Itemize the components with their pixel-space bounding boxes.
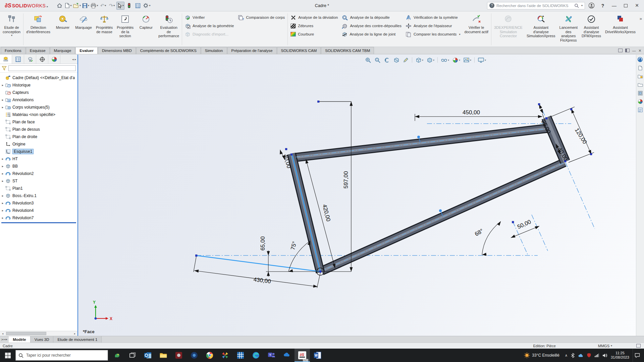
dim-597[interactable]: 597,00 [343,171,349,189]
user-account-button[interactable] [586,1,596,10]
tree-item-plan1[interactable]: Plan1 [0,185,77,192]
tree-item-st[interactable]: ▸ST [0,177,77,185]
hidden-icons-chevron[interactable]: ∧ [565,353,568,358]
model-tab-first-icon[interactable]: |◂ [1,338,3,341]
resources-pane-icon[interactable] [638,65,643,71]
app-blue-grid-icon[interactable] [233,349,248,362]
tab-marquage[interactable]: Marquage [50,47,75,54]
help-button[interactable]: ? [598,1,608,10]
dim-120[interactable]: 120,00 [574,127,588,145]
sketch-annotation-button[interactable] [401,56,410,64]
tree-item-plan-de-dessus[interactable]: Plan de dessus [0,126,77,133]
seat-tube-sketch-line[interactable] [292,155,320,272]
minimize-button[interactable]: — [609,1,619,10]
dim-420[interactable]: 420,00 [321,204,332,222]
maximize-button[interactable] [621,1,631,10]
undercut-analysis-button[interactable]: Analyse des contre-dépouilles [342,22,401,29]
previous-view-button[interactable] [383,56,391,64]
teams-icon[interactable]: T [264,349,279,362]
rollback-bar[interactable] [1,222,76,223]
tab-fonctions[interactable]: Fonctions [1,47,25,54]
tab-simulation[interactable]: Simulation [201,47,227,54]
outlook-icon[interactable] [140,349,156,362]
zebra-stripes-button[interactable]: Zébrures [290,22,338,29]
search-scope-caret-icon[interactable]: ▾ [581,4,583,7]
tree-item-annotations[interactable]: ▸Annotations [0,96,77,104]
app-dark-red-icon[interactable] [171,349,186,362]
app-blue-icon[interactable] [279,349,294,362]
dim-50[interactable]: 50,00 [516,219,532,230]
tree-item-capteurs[interactable]: Capteurs [0,89,77,96]
rebuild-traffic-light-button[interactable] [125,2,133,10]
onedrive-cloud-icon[interactable] [578,353,584,357]
tree-item-materiau[interactable]: Matériau <non spécifié> [0,111,77,118]
word-icon[interactable]: W [310,349,325,362]
dfmxpress-button[interactable]: Assistant d'analyse DFMXpress [580,12,603,47]
start-button[interactable] [0,349,15,362]
tree-item-historique[interactable]: ▸Historique [0,81,77,89]
tree-item-corps-volumiques[interactable]: ▸Corps volumiques(5) [0,104,77,111]
search-icon[interactable] [574,3,579,8]
collapse-ribbon-button[interactable]: — [632,49,636,53]
dimxpert-manager-tab[interactable] [36,55,48,64]
taskbar-search-box[interactable]: Taper ici pour rechercher [15,350,108,361]
tree-item-esquisse1[interactable]: Esquisse1 [0,148,77,155]
dim-68deg[interactable]: 68° [474,228,484,237]
solidworks-taskbar-icon[interactable]: ∂S2023 [294,349,310,362]
feature-tree-tab[interactable] [0,55,12,64]
tree-root-item[interactable]: Cadre (Défaut) <<Défaut>_Etat d'a [0,74,77,81]
home-button[interactable] [55,2,63,10]
panel-tab-prev-icon[interactable]: ◂ [72,58,74,61]
tree-item-plan-de-face[interactable]: Plan de face [0,118,77,126]
floxpress-button[interactable]: Lancement des analyses FloXpress [557,12,580,47]
file-explorer-pane-icon[interactable] [638,82,643,87]
antivirus-shield-icon[interactable] [587,353,591,358]
geometry-analysis-button[interactable]: Analyse de la géométrie [185,22,234,29]
network-icon[interactable] [594,353,599,357]
save-button[interactable]: ▾ [82,2,90,10]
status-pane-toggle-icon[interactable] [636,344,641,348]
print-button[interactable]: ▾ [90,2,98,10]
thickness-analysis-button[interactable]: Analyse de l'épaisseur [406,22,461,29]
tree-item-revolution2[interactable]: ▸Révolution2 [0,170,77,177]
check-button[interactable]: Vérifier [185,14,234,21]
parting-line-analysis-button[interactable]: Analyse de la ligne de joint [342,31,401,38]
tab-solidworks-cam[interactable]: SOLIDWORKS CAM [277,47,321,54]
taskbar-pinned-small-1-icon[interactable] [109,349,125,362]
section-view-button[interactable] [392,56,400,64]
tab-dimensions-mbd[interactable]: Dimensions MBD [98,47,136,54]
edge-icon[interactable] [248,349,264,362]
options-list-button[interactable] [134,2,142,10]
midpoint-markers[interactable] [417,136,443,216]
draft-analysis-button[interactable]: Analyse de la dépouille [342,14,401,21]
compare-documents-button[interactable]: Comparer les documents▾ [406,31,461,38]
curvature-button[interactable]: Courbure [290,31,338,38]
interference-detection-button[interactable]: Détection d'interférences [24,12,52,47]
panel-tab-next-icon[interactable]: ▸ [74,58,76,61]
scene-button[interactable]: ▾ [462,56,472,64]
model-tab[interactable]: Modèle [9,336,31,343]
tree-item-origine[interactable]: Origine [0,140,77,148]
fork-offset-line-2[interactable] [532,215,548,251]
view-palette-pane-icon[interactable] [638,90,643,96]
check-active-document-button[interactable]: Vérifier le document actif [462,12,490,47]
mass-properties-button[interactable]: Propriétés de masse [94,12,115,47]
dim-65[interactable]: 65,00 [260,236,266,250]
units-selector[interactable]: MMGS▾ [598,344,612,348]
open-document-button[interactable]: ▾ [73,2,81,10]
redo-button[interactable]: ↷▾ [108,2,116,10]
chrome-icon[interactable] [202,349,217,362]
new-document-button[interactable]: ▾ [64,2,72,10]
display-style-button[interactable]: ▾ [425,56,435,64]
tree-item-revolution3[interactable]: ▸Révolution3 [0,199,77,207]
tree-horizontal-scrollbar[interactable]: ◂ ▸ [0,331,77,336]
design-study-caret-icon[interactable]: ▾ [11,34,12,37]
custom-properties-pane-icon[interactable] [638,107,643,113]
top-tube[interactable] [293,128,548,158]
tree-filter-input[interactable] [8,65,76,71]
symmetry-check-button[interactable]: Vérification de la symétrie [406,14,461,21]
logo-expand-arrow-icon[interactable]: ▸ [47,5,48,8]
hide-show-items-button[interactable]: ▾ [440,56,450,64]
compare-documents-caret-icon[interactable]: ▾ [459,33,460,36]
measure-button[interactable]: Mesurer [52,12,73,47]
